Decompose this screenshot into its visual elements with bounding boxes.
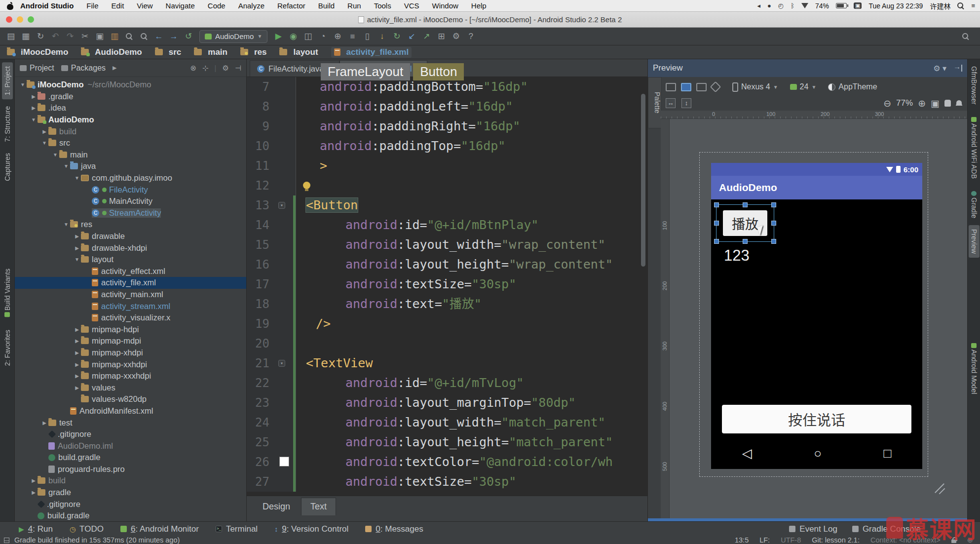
vcs-commit-icon[interactable]: ↗ (419, 30, 433, 43)
line-separator[interactable]: LF: (759, 536, 770, 544)
tree-row-drawable[interactable]: ▶drawable (15, 231, 246, 242)
run-coverage-icon[interactable]: ◫ (301, 30, 315, 43)
toolwindow-button-todo[interactable]: ◷TODO (70, 524, 104, 534)
breadcrumb-src[interactable]: src (155, 47, 182, 57)
fold-icon[interactable]: ▾ (278, 360, 285, 367)
breadcrumb-main[interactable]: main (194, 47, 227, 57)
breadcrumb-layout[interactable]: layout (279, 47, 318, 57)
zoom-in-icon[interactable]: ⊕ (918, 98, 926, 109)
menu-file[interactable]: File (86, 1, 98, 10)
tree-expand-arrow[interactable]: ▼ (73, 175, 81, 181)
toolwindow-button-4-run[interactable]: ▶4: Run (19, 524, 53, 534)
zoom-window-button[interactable] (28, 16, 34, 23)
code-line[interactable]: 16android:layout_height="wrap_content" (247, 255, 647, 274)
log-textview-widget[interactable]: 123 (724, 247, 750, 265)
screenshot-icon[interactable]: ▣ (931, 98, 940, 109)
menu-navigate[interactable]: Navigate (166, 1, 195, 10)
tree-row-mainactivity[interactable]: MainActivity (15, 195, 246, 207)
code-line[interactable]: 25android:layout_height="match_parent" (247, 432, 647, 452)
tree-expand-arrow[interactable]: ▼ (30, 117, 38, 122)
tree-row-values[interactable]: ▶values (15, 382, 246, 393)
tree-row-build-gradle[interactable]: build.gradle (15, 510, 246, 521)
tree-expand-arrow[interactable]: ▼ (73, 257, 81, 262)
settings-icon[interactable]: ⚙ (449, 30, 463, 43)
toolwindow-button-terminal[interactable]: Terminal (216, 524, 258, 534)
tree-row-audiodemo[interactable]: ▼AudioDemo (15, 114, 246, 126)
tab-project[interactable]: Project (20, 64, 54, 73)
run-icon[interactable]: ▶ (271, 30, 285, 43)
tree-row-com-github-piasy-imoo[interactable]: ▼com.github.piasy.imoo (15, 172, 246, 184)
sidebar-item-preview[interactable]: Preview (969, 225, 980, 258)
sidebar-item-build-variants[interactable]: Build Variants (2, 265, 13, 322)
breadcrumb-audiodemo[interactable]: AudioDemo (81, 47, 142, 57)
sidebar-item-android-wifi-adb[interactable]: Android WiFi ADB (969, 112, 980, 183)
resize-handle[interactable] (714, 221, 719, 226)
forward-icon[interactable]: → (167, 30, 181, 43)
tree-row-fileactivity[interactable]: FileActivity (15, 184, 246, 195)
layout-mode-active-icon[interactable] (681, 83, 691, 91)
menubar-clock[interactable]: Tue Aug 23 22:39 (868, 2, 923, 10)
git-branch[interactable]: Git: lesson 2.1: (812, 536, 860, 544)
tree-row-drawable-xhdpi[interactable]: ▶drawable-xhdpi (15, 242, 246, 254)
gear-icon[interactable]: ⚙ (222, 64, 228, 73)
sidebar-item-7-structure[interactable]: 7: Structure (2, 102, 13, 146)
tree-row-build[interactable]: ▶build (15, 125, 246, 137)
sidebar-item-2-favorites[interactable]: 2: Favorites (2, 326, 13, 370)
search-everywhere-icon[interactable] (962, 33, 969, 40)
tree-collapse-arrow[interactable]: ▶ (73, 338, 81, 344)
code-area[interactable]: 7android:paddingBottom="16dp"8android:pa… (247, 77, 647, 492)
tab-text[interactable]: Text (301, 498, 336, 515)
tree-expand-arrow[interactable]: ▼ (40, 140, 48, 146)
device-select[interactable]: Nexus 4 ▼ (732, 82, 778, 92)
code-line[interactable]: 13▾<Button (247, 195, 647, 215)
breadcrumb-framelayout[interactable]: FrameLayout (321, 63, 410, 80)
tree-row-test[interactable]: ▶test (15, 417, 246, 428)
code-line[interactable]: 22android:id="@+id/mTvLog" (247, 373, 647, 393)
code-line[interactable]: 14android:id="@+id/mBtnPlay" (247, 215, 647, 235)
caret-position[interactable]: 13:5 (735, 536, 749, 544)
sidebar-item-android-model[interactable]: Android Model (969, 338, 980, 398)
tree-row-build[interactable]: ▶build (15, 475, 246, 487)
tree-collapse-arrow[interactable]: ▶ (40, 129, 48, 134)
code-line[interactable]: 19/> (247, 314, 647, 334)
menu-vcs[interactable]: VCS (404, 1, 419, 10)
tree-row-build-gradle[interactable]: build.gradle (15, 452, 246, 464)
tree-row-main[interactable]: ▼main (15, 149, 246, 161)
tree-row-audiodemo-iml[interactable]: AudioDemo.iml (15, 440, 246, 452)
app-status-icon[interactable]: ● (767, 2, 771, 9)
menu-window[interactable]: Window (432, 1, 458, 10)
back-icon[interactable]: ← (152, 30, 166, 43)
menu-analyze[interactable]: Analyze (238, 1, 264, 10)
tree-row-layout[interactable]: ▼layout (15, 254, 246, 266)
help-icon[interactable]: ? (464, 30, 478, 43)
redo-icon[interactable]: ↷ (63, 30, 77, 43)
code-line[interactable]: 21▾<TextView (247, 353, 647, 373)
code-line[interactable]: 17android:textSize="30sp" (247, 274, 647, 294)
tree-collapse-arrow[interactable]: ▶ (30, 105, 38, 111)
spotlight-icon[interactable] (957, 2, 964, 9)
tab-packages[interactable]: Packages (61, 64, 106, 73)
tree-row-values-w820dp[interactable]: values-w820dp (15, 393, 246, 405)
tree-collapse-arrow[interactable]: ▶ (73, 233, 81, 239)
color-swatch[interactable] (279, 457, 289, 466)
code-line[interactable]: 8android:paddingLeft="16dp" (247, 97, 647, 117)
tree-row-activity-effect-xml[interactable]: activity_effect.xml (15, 266, 246, 277)
breadcrumb-button[interactable]: Button (413, 63, 464, 80)
toolwindow-button-6-android-monitor[interactable]: 6: Android Monitor (120, 524, 199, 534)
notifications-icon[interactable] (956, 100, 962, 107)
hide-panel-icon[interactable]: ⊣ (235, 64, 241, 73)
tree-collapse-arrow[interactable]: ▶ (73, 385, 81, 390)
bluetooth-icon[interactable]: ᛒ (791, 2, 794, 9)
code-line[interactable]: 26android:textColor="@android:color/wh (247, 452, 647, 472)
tree-row-imoocdemo[interactable]: ▼iMoocDemo~/src/iMoocDemo (15, 79, 246, 91)
tree-collapse-arrow[interactable]: ▶ (30, 490, 38, 495)
breadcrumb-imoocdemo[interactable]: iMoocDemo (7, 47, 68, 57)
cut-icon[interactable]: ✂ (78, 30, 92, 43)
sidebar-item-gradle[interactable]: Gradle (969, 186, 980, 222)
apple-icon[interactable] (7, 2, 13, 10)
tree-row-gitignore[interactable]: .gitignore (15, 428, 246, 440)
tree-row-gitignore[interactable]: .gitignore (15, 498, 246, 510)
hector-icon[interactable]: ⊕ (967, 536, 973, 544)
stop-icon[interactable]: ■ (345, 30, 359, 43)
sidebar-item-gfmbrowser[interactable]: GfmBrowser (969, 62, 980, 109)
